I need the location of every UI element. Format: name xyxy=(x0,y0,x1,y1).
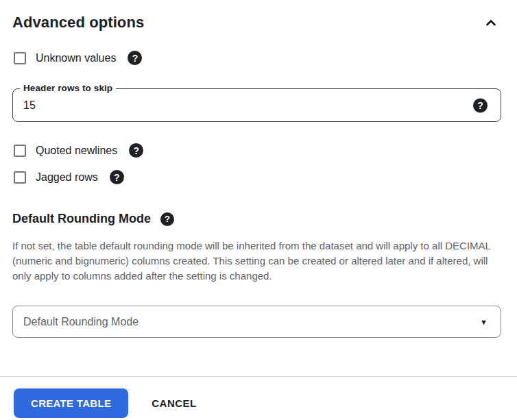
quoted-newlines-row: Quoted newlines ? xyxy=(12,143,501,158)
help-icon[interactable]: ? xyxy=(473,98,488,112)
jagged-rows-label: Jagged rows xyxy=(36,171,98,184)
cancel-button[interactable]: CANCEL xyxy=(152,397,197,409)
jagged-rows-row: Jagged rows ? xyxy=(12,170,501,184)
panel-title: Advanced options xyxy=(12,14,144,32)
quoted-newlines-label: Quoted newlines xyxy=(36,145,117,157)
default-rounding-mode-heading: Default Rounding Mode xyxy=(12,212,151,226)
caret-down-icon: ▼ xyxy=(480,318,488,326)
unknown-values-checkbox[interactable] xyxy=(14,52,26,64)
quoted-newlines-checkbox[interactable] xyxy=(14,145,26,157)
header-rows-to-skip-field: Header rows to skip ? xyxy=(12,88,501,122)
advanced-options-panel: Advanced options Unknown values ? Header… xyxy=(0,13,517,338)
default-rounding-mode-heading-row: Default Rounding Mode ? xyxy=(12,212,501,226)
jagged-rows-checkbox[interactable] xyxy=(14,171,26,184)
help-icon[interactable]: ? xyxy=(129,143,143,158)
help-icon[interactable]: ? xyxy=(160,212,174,226)
header-rows-to-skip-input[interactable] xyxy=(23,90,448,121)
collapse-section-button[interactable] xyxy=(482,14,500,32)
default-rounding-mode-description: If not set, the table default rounding m… xyxy=(12,238,501,284)
help-icon[interactable]: ? xyxy=(110,170,124,184)
unknown-values-row: Unknown values ? xyxy=(12,51,501,65)
panel-header: Advanced options xyxy=(12,13,501,32)
default-rounding-mode-select[interactable]: Default Rounding Mode ▼ xyxy=(12,306,501,338)
help-icon[interactable]: ? xyxy=(128,51,142,65)
chevron-up-icon xyxy=(483,14,499,31)
footer-actions: CREATE TABLE CANCEL xyxy=(0,388,517,418)
create-table-button[interactable]: CREATE TABLE xyxy=(14,388,128,418)
footer-divider xyxy=(0,376,517,377)
default-rounding-mode-select-value: Default Rounding Mode xyxy=(23,316,139,328)
unknown-values-label: Unknown values xyxy=(36,52,116,64)
